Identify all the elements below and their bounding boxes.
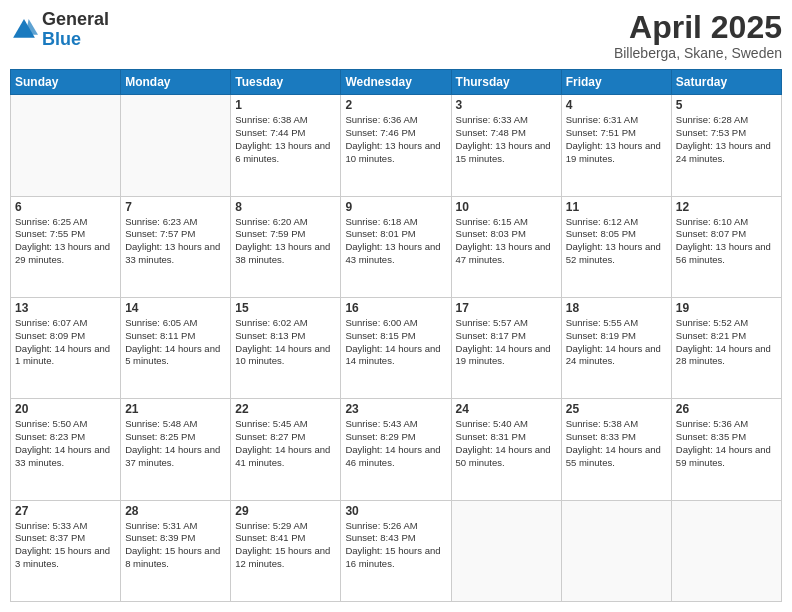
day-info: Sunrise: 6:05 AM Sunset: 8:11 PM Dayligh…	[125, 317, 226, 368]
calendar-cell: 5Sunrise: 6:28 AM Sunset: 7:53 PM Daylig…	[671, 95, 781, 196]
weekday-header-monday: Monday	[121, 70, 231, 95]
weekday-header-sunday: Sunday	[11, 70, 121, 95]
calendar-cell: 10Sunrise: 6:15 AM Sunset: 8:03 PM Dayli…	[451, 196, 561, 297]
day-info: Sunrise: 6:00 AM Sunset: 8:15 PM Dayligh…	[345, 317, 446, 368]
day-number: 8	[235, 200, 336, 214]
day-number: 6	[15, 200, 116, 214]
title-block: April 2025 Billeberga, Skane, Sweden	[614, 10, 782, 61]
calendar-cell	[11, 95, 121, 196]
day-number: 7	[125, 200, 226, 214]
calendar-week-row: 20Sunrise: 5:50 AM Sunset: 8:23 PM Dayli…	[11, 399, 782, 500]
calendar-cell: 20Sunrise: 5:50 AM Sunset: 8:23 PM Dayli…	[11, 399, 121, 500]
calendar-cell: 27Sunrise: 5:33 AM Sunset: 8:37 PM Dayli…	[11, 500, 121, 601]
calendar-cell: 28Sunrise: 5:31 AM Sunset: 8:39 PM Dayli…	[121, 500, 231, 601]
day-number: 18	[566, 301, 667, 315]
day-info: Sunrise: 5:29 AM Sunset: 8:41 PM Dayligh…	[235, 520, 336, 571]
day-info: Sunrise: 5:55 AM Sunset: 8:19 PM Dayligh…	[566, 317, 667, 368]
calendar-cell	[671, 500, 781, 601]
day-info: Sunrise: 6:38 AM Sunset: 7:44 PM Dayligh…	[235, 114, 336, 165]
calendar-cell: 29Sunrise: 5:29 AM Sunset: 8:41 PM Dayli…	[231, 500, 341, 601]
calendar-cell: 24Sunrise: 5:40 AM Sunset: 8:31 PM Dayli…	[451, 399, 561, 500]
calendar-cell: 21Sunrise: 5:48 AM Sunset: 8:25 PM Dayli…	[121, 399, 231, 500]
day-number: 4	[566, 98, 667, 112]
calendar-week-row: 13Sunrise: 6:07 AM Sunset: 8:09 PM Dayli…	[11, 297, 782, 398]
day-number: 1	[235, 98, 336, 112]
calendar-cell: 23Sunrise: 5:43 AM Sunset: 8:29 PM Dayli…	[341, 399, 451, 500]
calendar-subtitle: Billeberga, Skane, Sweden	[614, 45, 782, 61]
day-number: 17	[456, 301, 557, 315]
day-info: Sunrise: 5:36 AM Sunset: 8:35 PM Dayligh…	[676, 418, 777, 469]
weekday-header-saturday: Saturday	[671, 70, 781, 95]
day-number: 20	[15, 402, 116, 416]
calendar-cell: 9Sunrise: 6:18 AM Sunset: 8:01 PM Daylig…	[341, 196, 451, 297]
calendar-cell: 6Sunrise: 6:25 AM Sunset: 7:55 PM Daylig…	[11, 196, 121, 297]
calendar-cell: 2Sunrise: 6:36 AM Sunset: 7:46 PM Daylig…	[341, 95, 451, 196]
calendar-cell: 8Sunrise: 6:20 AM Sunset: 7:59 PM Daylig…	[231, 196, 341, 297]
calendar-cell: 30Sunrise: 5:26 AM Sunset: 8:43 PM Dayli…	[341, 500, 451, 601]
weekday-header-row: SundayMondayTuesdayWednesdayThursdayFrid…	[11, 70, 782, 95]
calendar-week-row: 1Sunrise: 6:38 AM Sunset: 7:44 PM Daylig…	[11, 95, 782, 196]
calendar-cell: 15Sunrise: 6:02 AM Sunset: 8:13 PM Dayli…	[231, 297, 341, 398]
day-number: 3	[456, 98, 557, 112]
day-info: Sunrise: 5:52 AM Sunset: 8:21 PM Dayligh…	[676, 317, 777, 368]
day-number: 5	[676, 98, 777, 112]
calendar-cell: 7Sunrise: 6:23 AM Sunset: 7:57 PM Daylig…	[121, 196, 231, 297]
calendar-cell: 17Sunrise: 5:57 AM Sunset: 8:17 PM Dayli…	[451, 297, 561, 398]
calendar-cell: 13Sunrise: 6:07 AM Sunset: 8:09 PM Dayli…	[11, 297, 121, 398]
day-info: Sunrise: 5:33 AM Sunset: 8:37 PM Dayligh…	[15, 520, 116, 571]
day-number: 26	[676, 402, 777, 416]
day-number: 19	[676, 301, 777, 315]
calendar-week-row: 6Sunrise: 6:25 AM Sunset: 7:55 PM Daylig…	[11, 196, 782, 297]
day-info: Sunrise: 6:33 AM Sunset: 7:48 PM Dayligh…	[456, 114, 557, 165]
calendar-cell	[121, 95, 231, 196]
day-number: 30	[345, 504, 446, 518]
day-number: 2	[345, 98, 446, 112]
day-number: 27	[15, 504, 116, 518]
day-number: 10	[456, 200, 557, 214]
calendar-cell: 18Sunrise: 5:55 AM Sunset: 8:19 PM Dayli…	[561, 297, 671, 398]
day-info: Sunrise: 6:23 AM Sunset: 7:57 PM Dayligh…	[125, 216, 226, 267]
day-info: Sunrise: 5:31 AM Sunset: 8:39 PM Dayligh…	[125, 520, 226, 571]
day-number: 24	[456, 402, 557, 416]
weekday-header-tuesday: Tuesday	[231, 70, 341, 95]
calendar-cell: 16Sunrise: 6:00 AM Sunset: 8:15 PM Dayli…	[341, 297, 451, 398]
calendar-cell: 19Sunrise: 5:52 AM Sunset: 8:21 PM Dayli…	[671, 297, 781, 398]
day-number: 22	[235, 402, 336, 416]
calendar-cell	[451, 500, 561, 601]
day-info: Sunrise: 5:48 AM Sunset: 8:25 PM Dayligh…	[125, 418, 226, 469]
logo-general: General	[42, 10, 109, 30]
calendar-cell: 12Sunrise: 6:10 AM Sunset: 8:07 PM Dayli…	[671, 196, 781, 297]
calendar-cell: 3Sunrise: 6:33 AM Sunset: 7:48 PM Daylig…	[451, 95, 561, 196]
day-info: Sunrise: 6:10 AM Sunset: 8:07 PM Dayligh…	[676, 216, 777, 267]
weekday-header-friday: Friday	[561, 70, 671, 95]
svg-marker-1	[26, 19, 38, 35]
day-number: 14	[125, 301, 226, 315]
day-info: Sunrise: 6:25 AM Sunset: 7:55 PM Dayligh…	[15, 216, 116, 267]
calendar-title: April 2025	[614, 10, 782, 45]
day-number: 9	[345, 200, 446, 214]
header: General Blue April 2025 Billeberga, Skan…	[10, 10, 782, 61]
day-info: Sunrise: 6:18 AM Sunset: 8:01 PM Dayligh…	[345, 216, 446, 267]
day-number: 15	[235, 301, 336, 315]
page: General Blue April 2025 Billeberga, Skan…	[0, 0, 792, 612]
calendar-cell: 11Sunrise: 6:12 AM Sunset: 8:05 PM Dayli…	[561, 196, 671, 297]
day-info: Sunrise: 5:26 AM Sunset: 8:43 PM Dayligh…	[345, 520, 446, 571]
day-number: 11	[566, 200, 667, 214]
calendar-week-row: 27Sunrise: 5:33 AM Sunset: 8:37 PM Dayli…	[11, 500, 782, 601]
logo-text: General Blue	[42, 10, 109, 50]
day-info: Sunrise: 6:07 AM Sunset: 8:09 PM Dayligh…	[15, 317, 116, 368]
day-info: Sunrise: 5:38 AM Sunset: 8:33 PM Dayligh…	[566, 418, 667, 469]
day-number: 13	[15, 301, 116, 315]
calendar-cell: 14Sunrise: 6:05 AM Sunset: 8:11 PM Dayli…	[121, 297, 231, 398]
logo: General Blue	[10, 10, 109, 50]
calendar-cell: 26Sunrise: 5:36 AM Sunset: 8:35 PM Dayli…	[671, 399, 781, 500]
day-number: 12	[676, 200, 777, 214]
logo-blue: Blue	[42, 30, 109, 50]
day-info: Sunrise: 5:50 AM Sunset: 8:23 PM Dayligh…	[15, 418, 116, 469]
calendar-cell: 4Sunrise: 6:31 AM Sunset: 7:51 PM Daylig…	[561, 95, 671, 196]
day-number: 25	[566, 402, 667, 416]
weekday-header-wednesday: Wednesday	[341, 70, 451, 95]
logo-icon	[10, 16, 38, 44]
day-info: Sunrise: 5:57 AM Sunset: 8:17 PM Dayligh…	[456, 317, 557, 368]
day-info: Sunrise: 6:02 AM Sunset: 8:13 PM Dayligh…	[235, 317, 336, 368]
